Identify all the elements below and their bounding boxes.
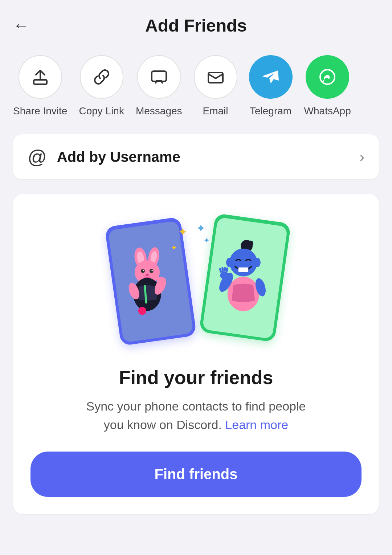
- telegram-icon-circle: [249, 55, 293, 99]
- email-item[interactable]: Email: [194, 55, 237, 117]
- svg-point-22: [226, 258, 233, 267]
- svg-point-20: [248, 241, 253, 246]
- messages-label: Messages: [136, 105, 182, 117]
- find-friends-card: ✦ ✦ ✦ ✦ Find your friends Sync your phon…: [13, 194, 379, 514]
- chevron-right-icon: ›: [360, 149, 364, 165]
- svg-rect-28: [220, 272, 229, 279]
- svg-line-30: [222, 268, 223, 271]
- share-options-row: Share Invite Copy Link Messages: [0, 42, 392, 117]
- copy-link-label: Copy Link: [79, 105, 124, 117]
- email-icon-circle: [194, 55, 237, 99]
- whatsapp-item[interactable]: WhatsApp: [304, 55, 351, 117]
- add-username-left: @ Add by Username: [28, 147, 180, 166]
- find-friends-description: Sync your phone contacts to find people …: [80, 397, 312, 434]
- telegram-label: Telegram: [250, 105, 291, 117]
- copy-link-item[interactable]: Copy Link: [79, 55, 124, 117]
- add-username-label: Add by Username: [57, 149, 180, 165]
- email-label: Email: [203, 105, 228, 117]
- svg-rect-0: [34, 80, 47, 84]
- find-friends-button[interactable]: Find friends: [30, 452, 362, 497]
- share-icon: [31, 68, 50, 86]
- svg-rect-17: [157, 277, 165, 283]
- messages-icon-circle: [137, 55, 181, 99]
- at-symbol-icon: @: [28, 147, 47, 166]
- svg-rect-1: [152, 71, 166, 81]
- email-icon: [206, 68, 225, 86]
- share-invite-icon-circle: [19, 55, 62, 99]
- svg-point-18: [138, 307, 146, 315]
- svg-point-10: [150, 269, 154, 273]
- whatsapp-icon-circle: [306, 55, 349, 99]
- svg-point-12: [151, 270, 153, 271]
- find-friends-title: Find your friends: [119, 367, 273, 388]
- sparkle-icon-3: ✦: [196, 221, 206, 235]
- svg-rect-24: [238, 268, 248, 272]
- messages-item[interactable]: Messages: [136, 55, 182, 117]
- svg-line-32: [227, 268, 227, 271]
- header: ← Add Friends: [0, 0, 392, 42]
- sparkle-icon-2: ✦: [171, 243, 177, 253]
- learn-more-link[interactable]: Learn more: [225, 418, 288, 432]
- sparkle-icon-4: ✦: [203, 236, 210, 245]
- svg-point-13: [146, 274, 149, 276]
- whatsapp-label: WhatsApp: [304, 105, 351, 117]
- page-title: Add Friends: [145, 16, 247, 36]
- back-button[interactable]: ←: [13, 17, 29, 33]
- link-icon: [92, 68, 111, 86]
- add-by-username-card[interactable]: @ Add by Username ›: [13, 134, 379, 179]
- whatsapp-icon: [316, 65, 339, 89]
- svg-point-9: [141, 269, 145, 273]
- telegram-item[interactable]: Telegram: [249, 55, 293, 117]
- sparkle-icon-1: ✦: [178, 225, 188, 239]
- copy-link-icon-circle: [80, 55, 123, 99]
- blue-character: [214, 236, 276, 312]
- svg-point-23: [254, 258, 261, 267]
- share-invite-label: Share Invite: [13, 105, 67, 117]
- svg-line-29: [220, 269, 221, 272]
- svg-point-21: [229, 249, 257, 277]
- share-invite-item[interactable]: Share Invite: [13, 55, 67, 117]
- bunny-character: [120, 243, 178, 316]
- find-friends-illustration: ✦ ✦ ✦ ✦: [98, 214, 294, 352]
- telegram-icon: [259, 65, 282, 89]
- message-icon: [150, 68, 168, 86]
- svg-point-11: [143, 270, 144, 271]
